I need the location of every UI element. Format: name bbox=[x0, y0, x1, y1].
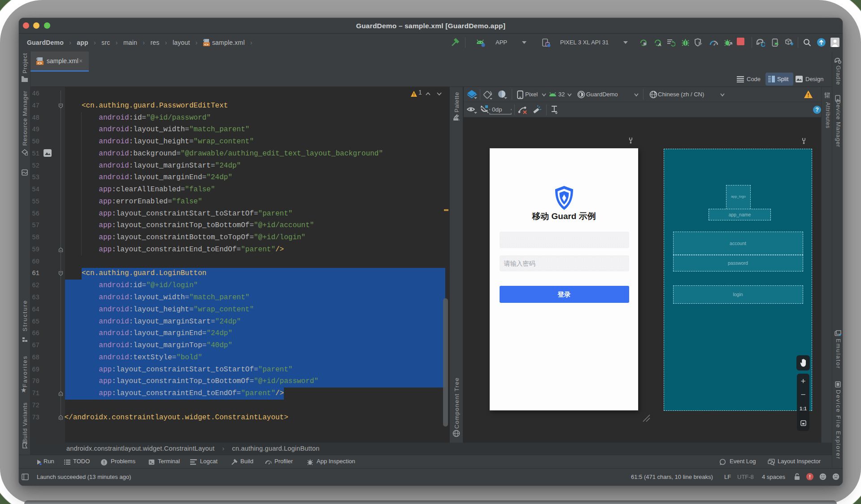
svg-text:A: A bbox=[658, 43, 661, 47]
svg-text:<>: <> bbox=[204, 43, 209, 46]
svg-text:<>: <> bbox=[38, 61, 42, 65]
